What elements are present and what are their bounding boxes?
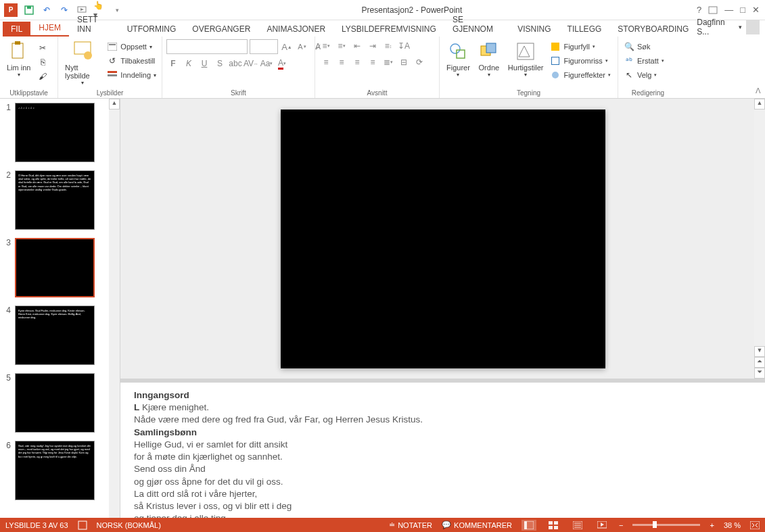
align-left-button[interactable]: ≡: [319, 55, 333, 69]
cut-button[interactable]: ✂: [36, 42, 49, 54]
tab-storyboarding[interactable]: STORYBOARDING: [609, 22, 697, 37]
paste-button[interactable]: Lim inn▾: [4, 39, 33, 79]
shape-outline-button[interactable]: Figuromriss▾: [549, 55, 612, 67]
tab-tillegg[interactable]: TILLEGG: [559, 22, 610, 37]
font-family-combo[interactable]: [166, 39, 248, 54]
char-spacing-button[interactable]: AV↔: [244, 57, 258, 70]
collapse-ribbon-icon[interactable]: ᐱ: [756, 87, 761, 95]
ribbon-display-icon[interactable]: [708, 6, 718, 14]
current-slide[interactable]: [281, 110, 605, 368]
notes-line: og gjør oss åpne for det du vil gi oss.: [134, 477, 283, 487]
arrange-button[interactable]: Ordne▾: [476, 39, 503, 79]
sorter-view-icon[interactable]: [546, 520, 561, 531]
increase-indent-button[interactable]: ⇥: [366, 39, 379, 53]
smartart-button[interactable]: ⟳: [413, 55, 426, 69]
thumb-number: 4: [3, 306, 11, 365]
decrease-indent-button[interactable]: ⇤: [350, 39, 364, 53]
next-slide-icon[interactable]: ⏷: [754, 368, 765, 379]
grow-font-button[interactable]: A▲: [280, 40, 294, 53]
save-icon[interactable]: [23, 4, 35, 16]
spellcheck-icon[interactable]: [78, 521, 87, 530]
text-direction-button[interactable]: ↧A: [397, 39, 411, 53]
tab-visning[interactable]: VISNING: [509, 22, 559, 37]
user-name[interactable]: Dagfinn S...: [697, 18, 735, 37]
underline-button[interactable]: U: [198, 57, 211, 70]
italic-button[interactable]: K: [182, 57, 195, 70]
reset-button[interactable]: ↺Tilbakestill: [106, 55, 158, 67]
close-icon[interactable]: ✕: [752, 5, 760, 15]
bullets-button[interactable]: ≡▾: [319, 39, 333, 53]
language-status[interactable]: NORSK (BOKMÅL): [97, 521, 161, 529]
slide-scroll-up[interactable]: ▲: [754, 99, 765, 110]
change-case-button[interactable]: Aa▾: [260, 57, 273, 70]
tab-utforming[interactable]: UTFORMING: [119, 22, 185, 37]
undo-icon[interactable]: ↶: [41, 4, 53, 16]
shape-effects-button[interactable]: Figureffekter▾: [549, 69, 612, 81]
thumbnail-scroll-up[interactable]: ▲: [109, 99, 120, 110]
shape-fill-button[interactable]: Figurfyll▾: [549, 41, 612, 53]
help-icon[interactable]: ?: [697, 5, 701, 15]
slide-thumbnail[interactable]: [15, 238, 95, 297]
slide-thumbnail[interactable]: Gud, vær meg nådig! Jeg har syndet mot d…: [15, 441, 95, 500]
find-button[interactable]: 🔍Søk: [622, 41, 666, 53]
thumbnail-scrollbar[interactable]: ▲: [109, 99, 120, 518]
tab-animasjoner[interactable]: ANIMASJONER: [258, 22, 333, 37]
svg-rect-17: [551, 43, 559, 51]
zoom-level[interactable]: 38 %: [724, 521, 741, 529]
notes-pane[interactable]: Inngangsord L Kjære menighet. Nåde være …: [120, 383, 765, 518]
copy-button[interactable]: ⎘: [36, 56, 49, 68]
align-text-button[interactable]: ⊟: [397, 55, 411, 69]
font-color-button[interactable]: A▾: [275, 57, 289, 70]
align-right-button[interactable]: ≡: [350, 55, 364, 69]
slide-thumbnail[interactable]: Kyrie eleison. Gud Fader, miskunne deg. …: [15, 306, 95, 365]
section-button[interactable]: Inndeling▾: [106, 69, 158, 81]
zoom-in-icon[interactable]: +: [710, 521, 714, 529]
slide-thumbnail[interactable]: O Herre Gud, ditt dyre navn og ære over …: [15, 170, 95, 230]
notes-heading-2: Samlingsbønn: [134, 427, 197, 437]
prev-slide-icon[interactable]: ⏶: [754, 357, 765, 368]
justify-button[interactable]: ≡: [366, 55, 379, 69]
select-button[interactable]: ↖Velg▾: [622, 69, 666, 81]
zoom-slider[interactable]: [632, 524, 700, 526]
svg-rect-13: [457, 50, 465, 58]
slide-scroll-down-icon[interactable]: ▼: [754, 346, 765, 357]
tab-fil[interactable]: FIL: [3, 22, 30, 37]
notes-line: La ditt ord slå rot i våre hjerter,: [134, 489, 257, 499]
replace-button[interactable]: ᵃᵇErstatt▾: [622, 55, 666, 67]
tab-lysbildefremvisning[interactable]: LYSBILDEFREMVISNING: [333, 22, 444, 37]
columns-button[interactable]: ≣▾: [381, 55, 395, 69]
user-avatar[interactable]: [746, 20, 760, 34]
align-center-button[interactable]: ≡: [335, 55, 348, 69]
tab-settinn[interactable]: SETT INN: [69, 12, 119, 37]
zoom-out-icon[interactable]: −: [619, 521, 623, 529]
tab-overganger[interactable]: OVERGANGER: [184, 22, 258, 37]
tab-hjem[interactable]: HJEM: [30, 20, 69, 37]
strike-button[interactable]: S: [213, 57, 227, 70]
normal-view-icon[interactable]: [521, 520, 536, 531]
maximize-icon[interactable]: □: [740, 5, 745, 15]
fit-to-window-icon[interactable]: [750, 521, 760, 529]
slide-thumbnail[interactable]: ♪ ♫ ♪ ♫ ♪ ♫ ♪: [15, 103, 95, 162]
bold-button[interactable]: F: [166, 57, 180, 70]
quickstyles-button[interactable]: Hurtigstiler▾: [505, 39, 547, 79]
line-spacing-button[interactable]: ≡↕: [381, 39, 395, 53]
svg-rect-3: [709, 7, 717, 14]
reading-view-icon[interactable]: [570, 520, 585, 531]
minimize-icon[interactable]: —: [724, 5, 733, 15]
comments-toggle[interactable]: 💬 KOMMENTARER: [442, 521, 512, 529]
slide-thumbnail[interactable]: [15, 373, 95, 433]
format-painter-button[interactable]: 🖌: [36, 70, 49, 82]
notes-toggle[interactable]: ≐ NOTATER: [389, 521, 432, 529]
layout-button[interactable]: Oppsett▾: [106, 41, 158, 53]
shrink-font-button[interactable]: A▼: [296, 40, 309, 53]
svg-rect-20: [78, 521, 87, 529]
shadow-button[interactable]: abc: [229, 57, 242, 70]
tab-segjennom[interactable]: SE GJENNOM: [444, 12, 509, 37]
slideshow-view-icon[interactable]: [595, 520, 609, 531]
slide-counter[interactable]: LYSBILDE 3 AV 63: [5, 521, 68, 529]
slide-scrollbar[interactable]: ▲ ▼ ⏶ ⏷: [754, 99, 765, 379]
new-slide-button[interactable]: Nytt lysbilde▾: [62, 39, 103, 87]
numbering-button[interactable]: ≡▾: [335, 39, 348, 53]
shapes-button[interactable]: Figurer▾: [444, 39, 473, 79]
font-size-combo[interactable]: [250, 39, 278, 54]
